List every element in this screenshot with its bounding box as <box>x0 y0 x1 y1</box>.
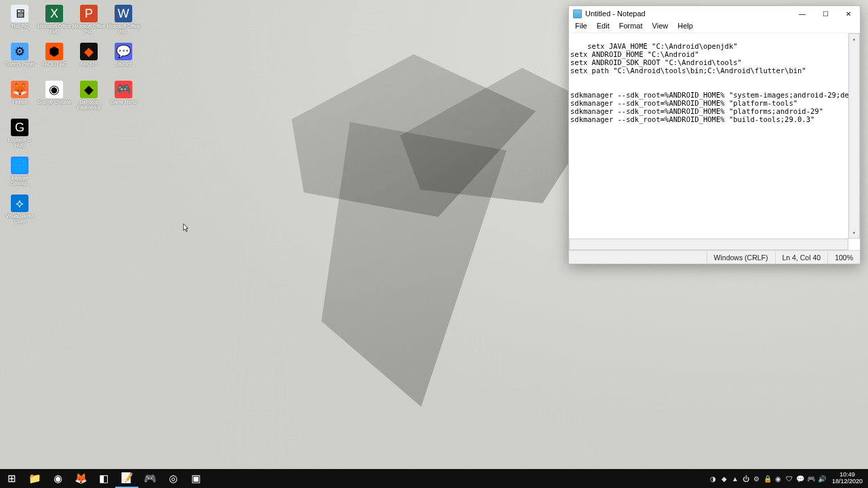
horizontal-scrollbar[interactable]: ◂ ▸ <box>569 239 848 250</box>
status-encoding: Windows (CRLF) <box>707 251 775 264</box>
taskbar-game[interactable]: 🎮 <box>138 469 161 488</box>
desktop-icon-geforce-experience[interactable]: ◆GeForce Experience <box>72 80 106 118</box>
desktop-icon-microsoft-office-wo-[interactable]: WMicrosoft Office Wo.. <box>106 4 140 42</box>
app-icon: 🌐 <box>11 157 28 174</box>
app-icon: G <box>11 119 28 136</box>
icon-label: FACEIT AC <box>37 62 71 67</box>
icon-label: Microsoft Office Po.. <box>72 24 106 34</box>
menu-format[interactable]: Format <box>614 21 648 33</box>
icon-label: Game Menu <box>106 100 140 105</box>
tray-2-icon[interactable]: ◆ <box>719 469 730 488</box>
app-icon: X <box>45 5 63 22</box>
notepad-text-area[interactable]: setx JAVA_HOME "C:\Android\openjdk" setx… <box>569 33 860 250</box>
icon-label: Microsoft Office Exc. <box>37 24 71 34</box>
app-icon: ⬢ <box>45 43 63 60</box>
desktop-icon-grid: 🖥This PCXMicrosoft Office Exc.PMicrosoft… <box>3 4 140 232</box>
menu-help[interactable]: Help <box>673 21 698 33</box>
app-icon: P <box>80 5 98 22</box>
scroll-up-icon[interactable]: ▴ <box>849 34 859 44</box>
taskbar-obs[interactable]: ◎ <box>161 469 184 488</box>
taskbar: ⊞📁◉🦊◧📝🎮◎▣ ◑◆▲⏻⚙🔒◉🛡💬🎮🔊 10:49 18/12/2020 <box>0 469 868 488</box>
notepad-statusbar: Windows (CRLF) Ln 4, Col 40 100% <box>569 250 860 264</box>
menu-view[interactable]: View <box>648 21 673 33</box>
notepad-titlebar[interactable]: Untitled - Notepad — ☐ ✕ <box>569 6 860 21</box>
menu-edit[interactable]: Edit <box>592 21 614 33</box>
app-icon: ◉ <box>45 81 63 98</box>
taskbar-chrome[interactable]: ◉ <box>46 469 69 488</box>
app-icon: ⟡ <box>11 195 28 212</box>
icon-label: Internet Downlo.. <box>3 176 37 186</box>
status-cursor-position: Ln 4, Col 40 <box>775 251 828 264</box>
scroll-down-icon[interactable]: ▾ <box>849 228 859 238</box>
desktop-icon-control-panel[interactable]: ⚙Control Panel <box>3 42 37 80</box>
tray-8-icon[interactable]: 🛡 <box>784 469 795 488</box>
app-icon: 🎮 <box>115 81 132 98</box>
notepad-menubar: FileEditFormatViewHelp <box>569 21 860 33</box>
icon-label: Logitech G HUB <box>3 138 37 148</box>
app-icon: 💬 <box>115 43 132 60</box>
tray-10-icon[interactable]: 🎮 <box>806 469 816 488</box>
desktop-icon-firefox[interactable]: 🦊Firefox <box>3 80 37 118</box>
icon-label: FACEIT <box>72 62 106 67</box>
desktop-icon-faceit[interactable]: ◆FACEIT <box>72 42 106 80</box>
tray-9-icon[interactable]: 💬 <box>795 469 806 488</box>
app-icon: ⚙ <box>11 43 28 60</box>
desktop-icon-microsoft-office-exc-[interactable]: XMicrosoft Office Exc. <box>37 4 71 42</box>
icon-label: This PC <box>3 24 37 29</box>
app-icon: 🖥 <box>11 5 28 22</box>
tray-7-icon[interactable]: ◉ <box>773 469 784 488</box>
menu-file[interactable]: File <box>570 21 592 33</box>
desktop-icon-game-menu[interactable]: 🎮Game Menu <box>106 80 140 118</box>
status-zoom: 100% <box>827 251 860 264</box>
tray-5-icon[interactable]: ⚙ <box>751 469 762 488</box>
tray-sound-icon[interactable]: 🔊 <box>816 469 827 488</box>
icon-label: Control Panel <box>3 62 37 67</box>
maximize-button[interactable]: ☐ <box>814 6 837 21</box>
close-button[interactable]: ✕ <box>837 6 860 21</box>
mouse-cursor-icon <box>183 224 190 233</box>
icon-label: Google Chrome <box>37 100 71 105</box>
taskbar-notepad[interactable]: 📝 <box>115 469 138 488</box>
desktop-icon-logitech-g-hub[interactable]: GLogitech G HUB <box>3 118 37 156</box>
desktop-icon-microsoft-office-po-[interactable]: PMicrosoft Office Po.. <box>72 4 106 42</box>
desktop-icon-faceit-ac[interactable]: ⬢FACEIT AC <box>37 42 71 80</box>
taskbar-file-explorer[interactable]: 📁 <box>23 469 46 488</box>
tray-6-icon[interactable]: 🔒 <box>762 469 773 488</box>
vertical-scrollbar[interactable]: ▴ ▾ <box>848 33 860 239</box>
icon-label: Visual Studio Code <box>3 214 37 224</box>
icon-label: Discord <box>106 62 140 67</box>
desktop-icon-google-chrome[interactable]: ◉Google Chrome <box>37 80 71 118</box>
tray-4-icon[interactable]: ⏻ <box>741 469 751 488</box>
taskbar-clock[interactable]: 10:49 18/12/2020 <box>828 472 867 485</box>
app-icon: ◆ <box>80 43 98 60</box>
icon-label: Microsoft Office Wo.. <box>106 24 140 34</box>
icon-label: Firefox <box>3 100 37 105</box>
notepad-title: Untitled - Notepad <box>585 9 791 18</box>
notepad-icon <box>573 9 582 18</box>
app-icon: 🦊 <box>11 81 28 98</box>
desktop-icon-discord[interactable]: 💬Discord <box>106 42 140 80</box>
app-icon: W <box>115 5 132 22</box>
desktop-icon-visual-studio-code[interactable]: ⟡Visual Studio Code <box>3 194 37 232</box>
notepad-content[interactable]: setx JAVA_HOME "C:\Android\openjdk" setx… <box>570 42 860 123</box>
taskbar-app-blue[interactable]: ◧ <box>92 469 115 488</box>
tray-3-icon[interactable]: ▲ <box>730 469 741 488</box>
icon-label: GeForce Experience <box>72 100 106 110</box>
app-icon: ◆ <box>80 81 98 98</box>
desktop-icon-internet-downlo-[interactable]: 🌐Internet Downlo.. <box>3 156 37 194</box>
minimize-button[interactable]: — <box>791 6 814 21</box>
clock-date: 18/12/2020 <box>832 479 863 485</box>
notepad-window[interactable]: Untitled - Notepad — ☐ ✕ FileEditFormatV… <box>568 5 861 264</box>
system-tray: ◑◆▲⏻⚙🔒◉🛡💬🎮🔊 10:49 18/12/2020 <box>708 469 868 488</box>
desktop-icon-this-pc[interactable]: 🖥This PC <box>3 4 37 42</box>
taskbar-start[interactable]: ⊞ <box>0 469 23 488</box>
taskbar-firefox[interactable]: 🦊 <box>69 469 92 488</box>
taskbar-terminal[interactable]: ▣ <box>184 469 208 488</box>
tray-1-icon[interactable]: ◑ <box>708 469 719 488</box>
